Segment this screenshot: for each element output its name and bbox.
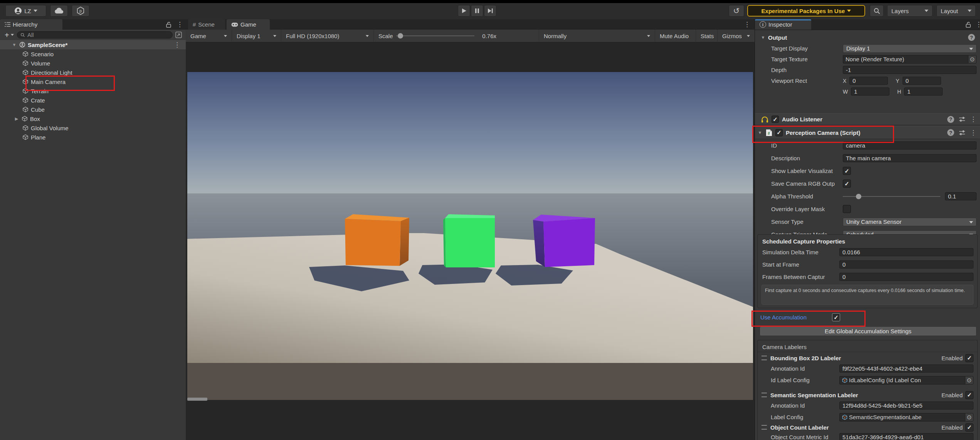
labeler-enabled-checkbox[interactable]: ✓	[965, 354, 973, 362]
hierarchy-item-cube[interactable]: Cube	[0, 105, 186, 114]
label-config-objectfield[interactable]: SemanticSegmentationLabe ⊙	[839, 413, 973, 422]
alpha-threshold-slider[interactable]	[843, 196, 940, 197]
semantic-annotation-id-field[interactable]: 12f94d8d-5425-4deb-9b21-5e5	[839, 401, 973, 410]
pause-button[interactable]	[471, 5, 483, 17]
lock-icon[interactable]	[965, 22, 971, 28]
game-render-viewport[interactable]	[187, 72, 753, 400]
play-button[interactable]	[458, 5, 470, 17]
audio-listener-header[interactable]: ✓ Audio Listener ? ⋮	[755, 113, 980, 125]
frames-between-field[interactable]: 0	[839, 273, 973, 281]
account-dropdown[interactable]: LZ	[5, 5, 46, 17]
viewport-x-field[interactable]: 0	[849, 77, 888, 85]
labeler-enabled-checkbox[interactable]: ✓	[965, 423, 973, 432]
resolution-dropdown[interactable]: Full HD (1920x1080)	[281, 30, 374, 42]
undo-history-button[interactable]: ↺	[729, 5, 744, 17]
description-field[interactable]: The main camera	[843, 154, 977, 162]
create-object-caret-icon[interactable]	[11, 34, 14, 36]
hierarchy-menu-icon[interactable]: ⋮	[177, 21, 183, 28]
presets-icon[interactable]	[959, 130, 965, 136]
game-render-image	[187, 72, 753, 400]
component-menu-icon[interactable]: ⋮	[970, 116, 977, 123]
object-picker-icon[interactable]: ⊙	[965, 413, 973, 422]
tab-scene[interactable]: # Scene	[188, 19, 225, 30]
help-icon[interactable]: ?	[947, 116, 954, 123]
hierarchy-search-input[interactable]: All	[17, 31, 173, 39]
hierarchy-item-crate[interactable]: Crate	[0, 96, 186, 105]
scale-slider-knob[interactable]	[398, 33, 403, 39]
game-view-menu-icon[interactable]: ⋮	[744, 21, 750, 28]
game-mode-dropdown[interactable]: Game	[186, 30, 232, 42]
save-rgb-checkbox[interactable]: ✓	[843, 180, 851, 188]
viewport-w-field[interactable]: 1	[851, 87, 889, 96]
step-button[interactable]	[484, 5, 496, 17]
stats-button[interactable]: Stats	[696, 30, 718, 42]
tab-hierarchy[interactable]: Hierarchy	[0, 19, 62, 30]
focus-mode-dropdown[interactable]: Normally	[539, 30, 655, 42]
labeler-enabled-checkbox[interactable]: ✓	[965, 391, 973, 399]
hierarchy-scene-row[interactable]: ▼ SampleScene* ⋮	[0, 40, 186, 49]
hierarchy-item-box[interactable]: ▶ Box	[0, 114, 186, 123]
scale-slider[interactable]	[396, 35, 475, 36]
game-view-scrollbar[interactable]	[187, 398, 207, 401]
hierarchy-item-plane[interactable]: Plane	[0, 133, 186, 142]
override-layer-mask-checkbox[interactable]	[843, 205, 851, 213]
hierarchy-item-global-volume[interactable]: Global Volume	[0, 123, 186, 133]
inspector-menu-icon[interactable]: ⋮	[975, 21, 980, 28]
labeler-object-count-header[interactable]: Object Count Labeler Enabled✓	[758, 423, 977, 432]
object-picker-icon[interactable]: ⊙	[968, 55, 977, 64]
fold-open-icon[interactable]: ▼	[760, 35, 766, 40]
mute-audio-button[interactable]: Mute Audio	[655, 30, 696, 42]
fold-open-icon[interactable]: ▼	[12, 42, 17, 47]
drag-handle-icon[interactable]	[761, 425, 767, 430]
layout-dropdown[interactable]: Layout	[936, 5, 976, 17]
viewport-h-field[interactable]: 1	[904, 87, 943, 96]
show-labeler-checkbox[interactable]: ✓	[843, 167, 851, 175]
lock-icon[interactable]	[166, 22, 171, 28]
labeler-semantic-header[interactable]: Semantic Segmentation Labeler Enabled✓	[758, 390, 977, 400]
target-texture-objectfield[interactable]: None (Render Texture) ⊙	[843, 55, 977, 64]
create-object-button[interactable]: +	[5, 31, 9, 39]
fold-closed-icon[interactable]: ▶	[14, 116, 19, 121]
alpha-threshold-field[interactable]: 0.1	[945, 192, 977, 200]
gizmos-dropdown[interactable]: Gizmos	[718, 30, 755, 42]
object-picker-icon[interactable]: ⊙	[965, 376, 973, 385]
id-label-config-objectfield[interactable]: IdLabelConfig (Id Label Con ⊙	[839, 376, 973, 385]
component-menu-icon[interactable]: ⋮	[970, 129, 977, 136]
drag-handle-icon[interactable]	[761, 356, 767, 360]
layers-dropdown[interactable]: Layers	[887, 5, 933, 17]
hierarchy-item-volume[interactable]: Volume	[0, 59, 186, 68]
cloud-button[interactable]	[50, 5, 68, 17]
component-enabled-checkbox[interactable]: ✓	[772, 116, 779, 123]
display-dropdown[interactable]: Display 1	[232, 30, 281, 42]
field-label: Override Layer Mask	[771, 206, 843, 212]
enabled-label: Enabled	[941, 355, 963, 361]
bbox-annotation-id-field[interactable]: f9f22e05-443f-4602-a422-ebe4	[839, 364, 973, 373]
start-frame-field[interactable]: 0	[839, 260, 973, 269]
layout-label: Layout	[941, 8, 958, 14]
sensor-type-dropdown[interactable]: Unity Camera Sensor	[843, 218, 977, 226]
hierarchy-item-scenario[interactable]: Scenario	[0, 49, 186, 59]
experimental-packages-dropdown[interactable]: Experimental Packages In Use	[747, 5, 865, 17]
depth-field[interactable]: -1	[843, 66, 977, 74]
package-manager-button[interactable]: p	[72, 5, 89, 17]
viewport-y-field[interactable]: 0	[903, 77, 941, 85]
drag-handle-icon[interactable]	[761, 393, 767, 397]
presets-icon[interactable]	[959, 116, 965, 122]
help-icon[interactable]: ?	[947, 129, 954, 136]
edit-global-accumulation-button[interactable]: Edit Global Accumulation Settings	[760, 326, 977, 336]
tab-inspector[interactable]: i Inspector	[755, 19, 811, 30]
target-display-value: Display 1	[846, 45, 870, 52]
search-button[interactable]	[870, 5, 884, 17]
scene-options-icon[interactable]: ⋮	[174, 42, 180, 48]
start-frame-row: Start at Frame 0	[758, 260, 977, 269]
alpha-slider-knob[interactable]	[856, 194, 861, 199]
labeler-bbox2d-header[interactable]: Bounding Box 2D Labeler Enabled✓	[758, 353, 977, 363]
help-icon[interactable]: ?	[968, 34, 975, 41]
output-section-header[interactable]: ▼ Output ?	[755, 32, 980, 42]
object-count-metric-field[interactable]: 51da3c27-369d-4929-aea6-d01	[839, 433, 973, 440]
target-display-dropdown[interactable]: Display 1	[843, 44, 977, 53]
tab-game[interactable]: Game	[227, 19, 270, 30]
sim-delta-field[interactable]: 0.0166	[839, 248, 973, 256]
gameobject-cube-icon	[22, 69, 29, 76]
open-search-window-icon[interactable]	[175, 32, 182, 38]
